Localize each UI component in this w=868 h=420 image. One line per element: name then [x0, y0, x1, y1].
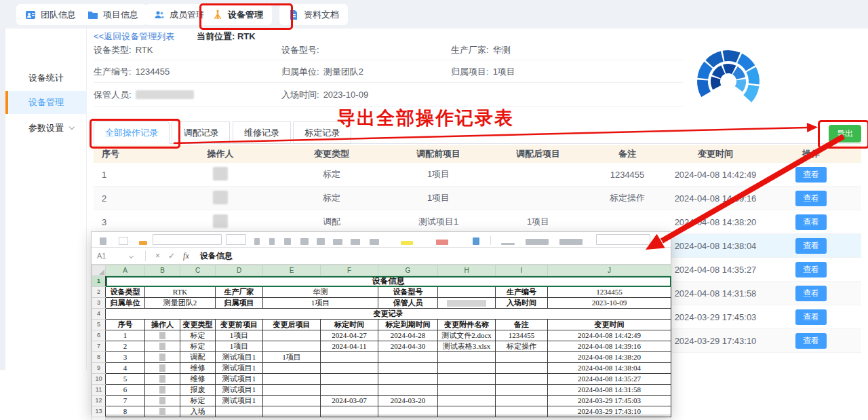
field-owning-unit: 归属单位:测量团队2 [281, 66, 363, 78]
toolbar-format-dropdown[interactable] [596, 234, 650, 245]
top-nav-bar: 团队信息 项目信息 成员管理 设备管理 资料文档 [0, 0, 868, 28]
cell-change-type: 标定 [278, 187, 385, 210]
toolbar-font-size-box[interactable] [226, 234, 246, 245]
formula-value[interactable]: 设备信息 [200, 250, 233, 262]
toolbar-italic-icon[interactable] [269, 238, 275, 245]
view-button[interactable]: 查看 [795, 286, 827, 301]
sheet-data-row: 6 1 标定 1项目 2024-04-27 2024-04-28 测试文件2.d… [92, 330, 671, 341]
tab-project-info[interactable]: 项目信息 [79, 4, 147, 25]
divider [94, 82, 683, 83]
toolbar-bold-icon[interactable] [254, 238, 260, 245]
back-to-device-list-link[interactable]: <<返回设备管理列表 [94, 31, 174, 43]
export-button[interactable]: 导出 [829, 125, 861, 142]
namebox-chevron-icon[interactable] [129, 253, 134, 258]
select-all-corner[interactable] [92, 265, 106, 276]
toolbar-wrap-icon[interactable] [370, 239, 379, 245]
toolbar-underline-icon[interactable] [284, 238, 291, 245]
cell-operator [163, 187, 278, 210]
tab-team-info[interactable]: 团队信息 [16, 4, 85, 25]
toolbar-align-icon[interactable] [333, 239, 342, 245]
tab-repair-records[interactable]: 维修记录 [233, 121, 291, 144]
cell-name-box[interactable]: A1 [92, 252, 130, 260]
tab-allocation-records[interactable]: 调配记录 [172, 121, 230, 144]
sidebar-item-device-management[interactable]: 设备管理 [5, 91, 87, 114]
toolbar-font-name-box[interactable] [153, 234, 222, 245]
sheet-data-row: 12 7 标定 测试项目1 2024-03-07 2024-03-20 2024… [92, 396, 671, 406]
tab-documents[interactable]: 资料文档 [279, 4, 348, 25]
cell-project-after [492, 187, 585, 210]
toolbar-more-icon[interactable] [656, 240, 661, 245]
redacted-operator [213, 191, 228, 204]
field-owning-project: 归属项目:1项目 [451, 66, 515, 78]
brand-logo [693, 42, 764, 113]
tab-label: 项目信息 [103, 9, 138, 21]
view-button[interactable]: 查看 [795, 238, 827, 254]
cell-action: 查看 [761, 163, 861, 187]
field-manufacturer: 生产厂家:华测 [451, 44, 511, 56]
tab-device-management[interactable]: 设备管理 [203, 4, 272, 25]
cancel-entry-icon[interactable]: × [155, 251, 160, 261]
toolbar-style-icon[interactable] [559, 239, 583, 245]
toolbar-strike-icon[interactable] [300, 238, 309, 245]
tab-label: 资料文档 [304, 9, 339, 21]
cell-note: 标定操作 [585, 187, 670, 210]
view-button[interactable]: 查看 [795, 333, 827, 349]
sheet-row-14: 14 [92, 417, 671, 420]
excel-toolbar [92, 232, 671, 248]
toolbar-border-icon[interactable] [317, 238, 325, 245]
sidebar-item-device-stats[interactable]: 设备统计 [5, 66, 87, 90]
members-icon [154, 9, 165, 20]
sheet-data-row: 13 8 入场 2024-03-29 17:43:10 [92, 406, 671, 417]
field-serial-number: 生产编号:1234455 [94, 66, 170, 78]
divider [145, 250, 146, 261]
sheet-row-1: 1 设备信息 [92, 276, 671, 287]
tripod-icon [212, 9, 223, 20]
toolbar-highlight-color-icon[interactable] [401, 241, 413, 245]
device-management-page: 团队信息 项目信息 成员管理 设备管理 资料文档 设备统计 设备管理 参数设置 … [0, 0, 868, 420]
toolbar-superscript-icon[interactable] [473, 237, 479, 245]
toolbar-icon[interactable] [119, 237, 128, 245]
cell-note [585, 210, 670, 234]
function-icon[interactable]: fx [183, 251, 189, 261]
table-row: 3 调配 测试项目1 1项目 2024-04-08 14:38:20 查看 [94, 210, 861, 234]
redacted-operator-cell [159, 364, 165, 372]
field-entry-date: 入场时间:2023-10-09 [281, 89, 368, 101]
tab-all-operation-records[interactable]: 全部操作记录 [94, 121, 170, 144]
view-button[interactable]: 查看 [795, 191, 827, 206]
cell-change-type: 调配 [278, 210, 385, 234]
view-button[interactable]: 查看 [795, 214, 827, 230]
cell-action: 查看 [761, 305, 861, 329]
sheet-title-cell[interactable]: 设备信息 [106, 276, 671, 287]
cell-operator [163, 210, 278, 234]
redacted-operator-cell [159, 343, 165, 350]
view-button[interactable]: 查看 [795, 262, 827, 278]
cell-action: 查看 [761, 258, 861, 282]
sheet-data-row: 9 4 维修 测试项目1 2024-04-08 14:38:04 [92, 363, 671, 374]
cell-action: 查看 [761, 329, 861, 353]
toolbar-underline-style-icon[interactable] [501, 243, 515, 245]
redacted-operator [213, 214, 228, 228]
annotation-text: 导出全部操作记录表 [337, 106, 514, 130]
cell-project-before: 1项目 [385, 187, 492, 210]
sheet-row-3: 3 归属单位 测量团队2 归属项目 1项目 保管人员 入场时间 2023-10-… [92, 298, 671, 309]
section-title-cell[interactable]: 变更记录 [106, 309, 671, 320]
confirm-entry-icon[interactable]: ✓ [168, 251, 175, 261]
chevron-down-icon [69, 124, 75, 130]
toolbar-fill-color-icon[interactable] [436, 240, 448, 245]
sidebar-item-parameter-settings[interactable]: 参数设置 [5, 117, 87, 140]
toolbar-number-format-icon[interactable] [526, 239, 549, 245]
cell-change-time: 2024-04-08 14:31:58 [670, 282, 761, 305]
toolbar-paint-icon[interactable] [139, 241, 147, 245]
view-button[interactable]: 查看 [795, 167, 827, 183]
cell-action: 查看 [761, 282, 861, 305]
view-button[interactable]: 查看 [795, 309, 827, 325]
sheet-row-4: 4 变更记录 [92, 309, 671, 320]
redacted-operator-cell [159, 332, 165, 339]
toolbar-icon[interactable] [100, 237, 106, 245]
toolbar-merge-icon[interactable] [351, 239, 360, 245]
redacted-custodian [136, 90, 194, 99]
folder-icon [87, 9, 98, 20]
cell-action: 查看 [761, 187, 861, 210]
sheet-data-row: 7 2 标定 1项目 2024-04-11 2024-04-30 测试表格3.x… [92, 341, 671, 352]
tab-label: 设备管理 [228, 9, 263, 21]
